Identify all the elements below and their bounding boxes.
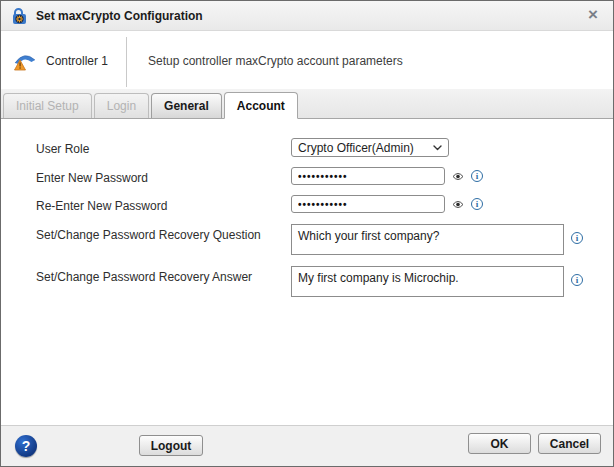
title-bar: Set maxCrypto Configuration ×: [1, 1, 613, 31]
show-password-eye-icon[interactable]: [452, 200, 464, 209]
recovery-question-label: Set/Change Password Recovery Question: [36, 228, 261, 242]
new-password-label: Enter New Password: [36, 171, 148, 185]
cancel-button[interactable]: Cancel: [538, 433, 601, 454]
account-tab-panel: User Role Crypto Officer(Admin) Enter Ne…: [1, 119, 613, 425]
tab-account[interactable]: Account: [224, 92, 298, 119]
tab-login[interactable]: Login: [94, 93, 149, 118]
logout-button[interactable]: Logout: [139, 435, 203, 456]
ok-button[interactable]: OK: [468, 433, 531, 454]
recovery-answer-label: Set/Change Password Recovery Answer: [36, 270, 252, 284]
show-password-eye-icon[interactable]: [452, 172, 464, 181]
tab-strip: Initial Setup Login General Account: [1, 89, 613, 119]
reenter-password-label: Re-Enter New Password: [36, 199, 167, 213]
chevron-down-icon: [433, 145, 442, 151]
new-password-info-icon[interactable]: i: [471, 170, 483, 182]
dialog-set-maxcrypto-configuration: Set maxCrypto Configuration × Controller…: [0, 0, 614, 467]
footer-bar: ? Logout OK Cancel: [1, 425, 613, 466]
reenter-password-info-icon[interactable]: i: [471, 198, 483, 210]
header-description: Setup controller maxCrypto account param…: [148, 32, 403, 89]
header: Controller 1 Setup controller maxCrypto …: [1, 32, 613, 89]
controller-cell: Controller 1: [13, 32, 108, 89]
recovery-question-info-icon[interactable]: i: [571, 232, 583, 244]
help-icon[interactable]: ?: [15, 435, 37, 457]
tab-general[interactable]: General: [151, 93, 222, 118]
recovery-question-input[interactable]: Which your first company?: [291, 224, 564, 255]
controller-name: Controller 1: [46, 54, 108, 68]
new-password-input[interactable]: [291, 167, 445, 185]
dialog-title: Set maxCrypto Configuration: [36, 9, 203, 23]
user-role-value: Crypto Officer(Admin): [298, 141, 433, 155]
user-role-select[interactable]: Crypto Officer(Admin): [291, 138, 449, 157]
header-divider: [126, 37, 127, 87]
lock-gear-icon: [11, 7, 28, 25]
controller-icon: [13, 51, 37, 71]
user-role-label: User Role: [36, 142, 89, 156]
recovery-answer-input[interactable]: My first company is Microchip.: [291, 266, 564, 297]
close-icon[interactable]: ×: [581, 3, 605, 27]
tab-initial-setup[interactable]: Initial Setup: [3, 93, 92, 118]
recovery-answer-info-icon[interactable]: i: [571, 274, 583, 286]
reenter-password-input[interactable]: [291, 195, 445, 213]
